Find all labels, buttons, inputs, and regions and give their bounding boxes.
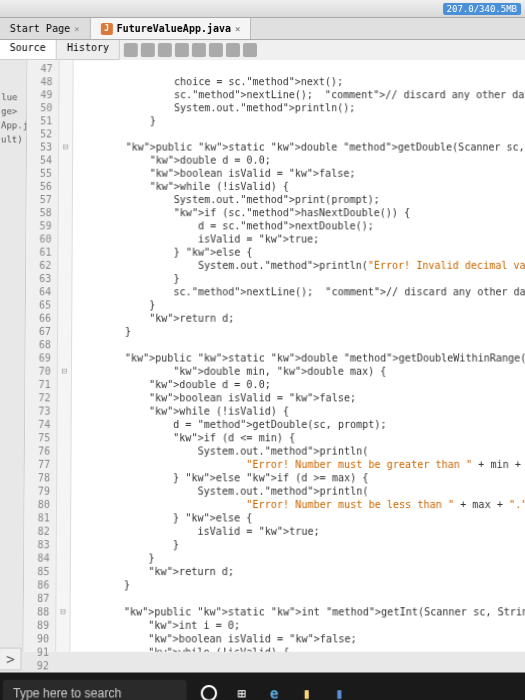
side-label: App.j [0, 118, 26, 132]
toolbar-icon[interactable] [175, 43, 189, 57]
nav-chevron-right-icon[interactable]: > [0, 648, 22, 671]
app-icon[interactable]: ▮ [329, 683, 349, 700]
title-bar: 207.0/340.5MB [0, 0, 525, 18]
side-label: ult) [0, 132, 26, 146]
toolbar-icon[interactable] [158, 43, 172, 57]
code-editor[interactable]: choice = sc."method">next(); sc."method"… [70, 60, 525, 652]
edge-icon[interactable]: e [264, 683, 284, 700]
tab-start-page[interactable]: Start Page × [0, 18, 91, 39]
tab-label: FutureValueApp.java [116, 23, 231, 34]
toolbar-icon[interactable] [226, 43, 240, 57]
task-view-icon[interactable]: ⊞ [231, 683, 251, 700]
side-label: lue [0, 90, 26, 104]
sub-tabs: Source History [0, 40, 525, 60]
toolbar-icon[interactable] [243, 43, 257, 57]
cortana-icon[interactable] [199, 683, 219, 700]
close-icon[interactable]: × [235, 24, 240, 34]
java-file-icon: J [100, 23, 112, 35]
tab-label: Start Page [10, 23, 70, 34]
subtab-history[interactable]: History [57, 40, 120, 59]
subtab-source[interactable]: Source [0, 40, 57, 59]
close-icon[interactable]: × [74, 24, 79, 34]
toolbar-icon[interactable] [192, 43, 206, 57]
memory-indicator: 207.0/340.5MB [443, 2, 522, 14]
search-input[interactable]: Type here to search [3, 680, 187, 700]
folder-icon[interactable]: ▮ [297, 683, 317, 700]
line-number-gutter: 4748495051525354555657585960616263646566… [24, 60, 60, 652]
editor-area: lue ge> App.j ult) 474849505152535455565… [0, 60, 525, 652]
toolbar-icon[interactable] [124, 43, 138, 57]
windows-taskbar: Type here to search ⊞ e ▮ ▮ [0, 673, 525, 700]
side-label: ge> [0, 104, 26, 118]
editor-tabs: Start Page × J FutureValueApp.java × [0, 18, 525, 40]
toolbar-icon[interactable] [209, 43, 223, 57]
tab-futurevalueapp[interactable]: J FutureValueApp.java × [90, 18, 251, 39]
toolbar-icon[interactable] [141, 43, 155, 57]
editor-toolbar [120, 40, 525, 60]
